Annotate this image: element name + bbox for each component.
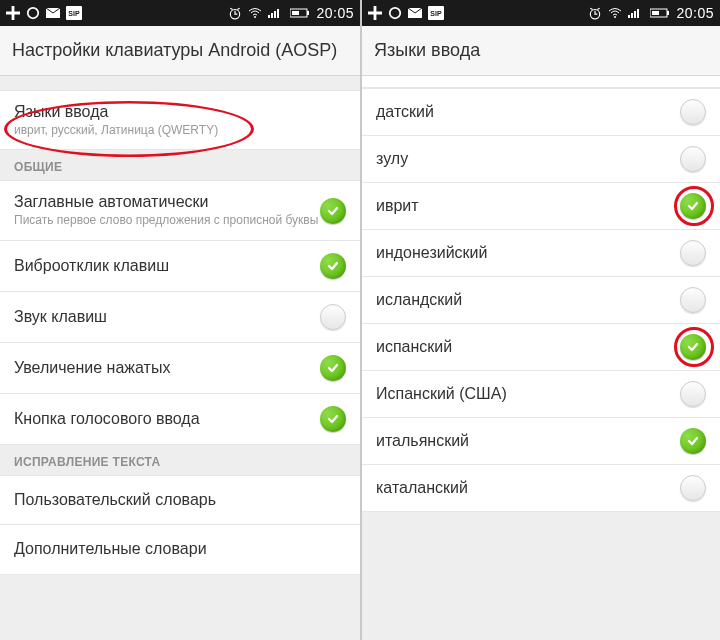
settings-row[interactable]: Заглавные автоматически Писать первое сл… (0, 180, 360, 240)
list-peek-top (362, 76, 720, 88)
left-pane: SIP 20:05 Настройки клавиатуры Android (… (0, 0, 360, 640)
alarm-icon (228, 6, 242, 20)
svg-rect-9 (307, 11, 309, 15)
status-time: 20:05 (316, 5, 354, 21)
settings-row[interactable]: Звук клавиш (0, 292, 360, 343)
row-title: Виброотклик клавиш (14, 257, 320, 275)
row-subtitle: Писать первое слово предложения с пропис… (14, 213, 320, 227)
section-correction: ИСПРАВЛЕНИЕ ТЕКСТА (0, 445, 360, 475)
svg-rect-21 (652, 11, 659, 15)
row-title: Испанский (США) (376, 385, 680, 403)
row-title: Пользовательский словарь (14, 491, 346, 509)
row-title: Увеличение нажатых (14, 359, 320, 377)
language-row[interactable]: зулу (362, 136, 720, 183)
svg-rect-18 (637, 9, 639, 18)
page-title-right: Языки ввода (362, 26, 720, 76)
settings-row[interactable]: Дополнительные словари (0, 525, 360, 575)
row-title: каталанский (376, 479, 680, 497)
row-title: Кнопка голосового ввода (14, 410, 320, 428)
status-time: 20:05 (676, 5, 714, 21)
ring-icon (388, 6, 402, 20)
settings-row[interactable]: Пользовательский словарь (0, 475, 360, 525)
mail-icon (46, 6, 60, 20)
toggle-on[interactable] (680, 428, 706, 454)
settings-row[interactable]: Кнопка голосового ввода (0, 394, 360, 445)
row-title: датский (376, 103, 680, 121)
svg-rect-15 (628, 15, 630, 18)
svg-rect-20 (667, 11, 669, 15)
toggle-off[interactable] (680, 287, 706, 313)
svg-rect-17 (634, 11, 636, 18)
signal-icon (268, 6, 284, 20)
row-title: Заглавные автоматически (14, 193, 320, 211)
toggle-on[interactable] (680, 334, 706, 360)
svg-point-14 (614, 16, 616, 18)
plus-icon (368, 6, 382, 20)
section-general: ОБЩИЕ (0, 150, 360, 180)
toggle-off[interactable] (680, 99, 706, 125)
language-row[interactable]: индонезийский (362, 230, 720, 277)
plus-icon (6, 6, 20, 20)
row-input-languages[interactable]: Языки ввода иврит, русский, Латиница (QW… (0, 90, 360, 150)
toggle-on[interactable] (320, 406, 346, 432)
row-title: индонезийский (376, 244, 680, 262)
toggle-off[interactable] (680, 475, 706, 501)
status-bar: SIP 20:05 (0, 0, 360, 26)
svg-rect-10 (292, 11, 299, 15)
svg-point-3 (254, 16, 256, 18)
signal-icon (628, 6, 644, 20)
sip-icon: SIP (428, 6, 444, 20)
row-title: исландский (376, 291, 680, 309)
mail-icon (408, 6, 422, 20)
settings-row[interactable]: Виброотклик клавиш (0, 241, 360, 292)
language-row[interactable]: испанский (362, 324, 720, 371)
row-title: Дополнительные словари (14, 540, 346, 558)
toggle-on[interactable] (320, 253, 346, 279)
row-title: испанский (376, 338, 680, 356)
language-list[interactable]: датский зулу иврит индонезийский (362, 76, 720, 640)
toggle-off[interactable] (680, 240, 706, 266)
svg-rect-16 (631, 13, 633, 18)
toggle-on[interactable] (320, 198, 346, 224)
svg-point-11 (390, 8, 401, 19)
language-row[interactable]: иврит (362, 183, 720, 230)
wifi-icon (248, 6, 262, 20)
language-row[interactable]: каталанский (362, 465, 720, 512)
svg-rect-7 (277, 9, 279, 18)
language-row[interactable]: исландский (362, 277, 720, 324)
ring-icon (26, 6, 40, 20)
toggle-on[interactable] (320, 355, 346, 381)
language-row[interactable]: Испанский (США) (362, 371, 720, 418)
toggle-off[interactable] (320, 304, 346, 330)
toggle-off[interactable] (680, 146, 706, 172)
page-title-left: Настройки клавиатуры Android (AOSP) (0, 26, 360, 76)
row-title: итальянский (376, 432, 680, 450)
svg-rect-6 (274, 11, 276, 18)
row-title: Языки ввода (14, 103, 346, 121)
row-title: Звук клавиш (14, 308, 320, 326)
svg-point-0 (28, 8, 39, 19)
language-row[interactable]: итальянский (362, 418, 720, 465)
settings-row[interactable]: Увеличение нажатых (0, 343, 360, 394)
right-pane: SIP 20:05 Языки ввода датский зулу (360, 0, 720, 640)
svg-rect-4 (268, 15, 270, 18)
language-row[interactable]: датский (362, 88, 720, 136)
row-title: зулу (376, 150, 680, 168)
sip-icon: SIP (66, 6, 82, 20)
alarm-icon (588, 6, 602, 20)
battery-icon (290, 6, 310, 20)
svg-rect-5 (271, 13, 273, 18)
toggle-off[interactable] (680, 381, 706, 407)
row-title: иврит (376, 197, 680, 215)
toggle-on[interactable] (680, 193, 706, 219)
status-bar: SIP 20:05 (362, 0, 720, 26)
settings-list-left[interactable]: Языки ввода иврит, русский, Латиница (QW… (0, 76, 360, 640)
row-subtitle: иврит, русский, Латиница (QWERTY) (14, 123, 346, 137)
battery-icon (650, 6, 670, 20)
wifi-icon (608, 6, 622, 20)
